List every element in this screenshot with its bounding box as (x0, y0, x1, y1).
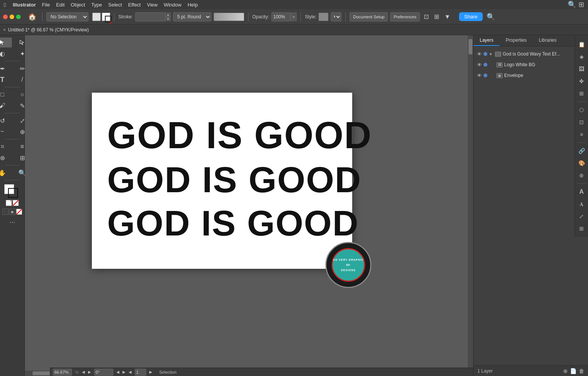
column-graph-btn[interactable]: ⌗ (0, 142, 12, 152)
none-icon[interactable] (13, 200, 19, 206)
layout-icon-1[interactable]: ⊡ (422, 12, 430, 21)
tab-properties[interactable]: Properties (500, 35, 533, 46)
app-name[interactable]: Illustrator (10, 2, 39, 8)
close-window-btn[interactable] (3, 15, 8, 19)
layer-visibility-3[interactable]: 👁 (477, 73, 482, 78)
menu-help[interactable]: Help (185, 2, 201, 8)
stroke-color-box[interactable] (8, 188, 18, 198)
opacity-input[interactable] (271, 12, 291, 21)
path-btn[interactable]: ⬡ (576, 105, 587, 115)
stroke-down-btn[interactable]: ▼ (165, 17, 171, 21)
home-btn[interactable]: 🏠 (26, 11, 38, 22)
vertical-scrollbar-thumb[interactable] (469, 39, 472, 54)
menu-file[interactable]: File (39, 2, 53, 8)
stroke-up-btn[interactable]: ▲ (165, 13, 171, 17)
maximize-window-btn[interactable] (16, 15, 21, 19)
search-icon[interactable]: 🔍 (568, 0, 576, 9)
layer-name-3: Envelope (504, 73, 580, 78)
menu-effect[interactable]: Effect (125, 2, 144, 8)
apple-menu[interactable]:  (0, 2, 10, 8)
swap-icon[interactable]: ⇄ (6, 200, 12, 206)
stroke-width-input[interactable] (135, 12, 166, 21)
layers-panel-btn[interactable]: ≡ (576, 129, 587, 140)
layer-expand-1[interactable]: ▼ (489, 52, 493, 56)
tab-layers[interactable]: Layers (474, 35, 500, 46)
zoom-up-btn[interactable]: ▶ (88, 370, 91, 374)
tab-title[interactable]: Untitled-1* @ 66.67 % (CMYK/Preview) (8, 27, 89, 33)
style-swatch[interactable] (318, 13, 328, 21)
hand-tool-btn[interactable]: ✋ (0, 168, 12, 178)
share-btn[interactable]: Share (459, 12, 483, 21)
export-btn[interactable]: ⤢ (576, 211, 587, 222)
symbol-spray-btn[interactable]: ⊛ (0, 153, 12, 163)
layer-row-1[interactable]: 👁 ▼ God is Good Wavy Text Ef... (474, 49, 588, 59)
context-properties-btn[interactable]: 📋 (576, 39, 587, 50)
transform-panel-btn[interactable]: ⊡ (576, 117, 587, 128)
selection-dropdown[interactable]: No Selection (46, 12, 88, 21)
tab-close-btn[interactable]: × (3, 27, 6, 33)
preferences-btn[interactable]: Preferences (390, 12, 420, 21)
layer-color-2 (483, 63, 487, 67)
paintbrush-btn[interactable]: 🖌 (0, 101, 12, 111)
zoom-down-btn[interactable]: ◀ (82, 370, 85, 374)
menu-object[interactable]: Object (68, 2, 88, 8)
page-input[interactable] (135, 369, 146, 376)
tab-libraries[interactable]: Libraries (533, 35, 563, 46)
align-btn[interactable]: ⊞ (576, 88, 587, 99)
make-sublayer-btn[interactable]: ⊕ (563, 368, 568, 374)
document-setup-btn[interactable]: Document Setup (350, 12, 388, 21)
gradient-mode-btn[interactable]: ▦ (9, 209, 15, 215)
none-mode-btn[interactable] (16, 209, 22, 215)
stroke-color-swatch[interactable] (102, 13, 110, 21)
minimize-window-btn[interactable] (10, 15, 14, 19)
swap-none-controls: ⇄ (6, 200, 19, 206)
rotate-tool-btn[interactable]: ↺ (0, 116, 12, 126)
next-page-btn[interactable]: ▶ (149, 370, 152, 374)
stroke-type-dropdown[interactable]: 5 pt. Round (173, 12, 211, 21)
pen-tool-btn[interactable]: ✒ (0, 64, 12, 74)
angle-input[interactable] (94, 369, 113, 376)
fill-mode-btn[interactable]: ⬛ (2, 209, 8, 215)
swatches-btn[interactable]: ⊛ (576, 170, 587, 181)
text-tool-btn[interactable]: T (0, 75, 12, 85)
text-panel-btn[interactable]: A (576, 186, 587, 197)
layout-icon-3[interactable]: ▼ (443, 13, 452, 21)
vertical-scrollbar[interactable] (468, 35, 473, 376)
fill-swatch[interactable] (92, 13, 101, 21)
warp-btn[interactable]: ~ (0, 127, 12, 137)
menu-type[interactable]: Type (88, 2, 105, 8)
opacity-more-btn[interactable]: > (291, 13, 297, 21)
char-styles-btn[interactable]: 𝐀 (576, 199, 587, 209)
layer-row-2[interactable]: 👁 🖼 Logo White BG (474, 59, 588, 70)
layout-icon-2[interactable]: ⊞ (433, 12, 441, 21)
stroke-spinners[interactable]: ▲ ▼ (165, 13, 171, 21)
style-dropdown[interactable]: ▼ (331, 12, 341, 21)
zoom-input[interactable] (53, 369, 72, 376)
menu-view[interactable]: View (144, 2, 161, 8)
grid-icon[interactable]: ⊞ (578, 0, 584, 9)
lasso-tool-btn[interactable]: ◐ (0, 49, 12, 59)
prev-page-btn[interactable]: ◀ (129, 370, 132, 374)
layer-visibility-1[interactable]: 👁 (477, 51, 482, 57)
rect-tool-btn[interactable]: □ (0, 90, 12, 100)
search-icon-toolbar[interactable]: 🔍 (485, 12, 497, 22)
new-layer-btn[interactable]: 📄 (570, 368, 577, 374)
layer-visibility-2[interactable]: 👁 (477, 62, 482, 68)
color-btn[interactable]: 🎨 (576, 158, 587, 168)
menu-window[interactable]: Window (161, 2, 185, 8)
asset-export-btn[interactable]: ⊞ (576, 223, 587, 234)
panel-tabs: Layers Properties Libraries + ≡ (474, 35, 588, 46)
delete-layer-btn[interactable]: 🗑 (579, 368, 584, 374)
menu-edit[interactable]: Edit (53, 2, 67, 8)
menu-select[interactable]: Select (105, 2, 125, 8)
color-gradient-bar[interactable] (214, 13, 244, 21)
angle-down-btn[interactable]: ◀ (116, 370, 119, 374)
select-tool-btn[interactable] (0, 38, 12, 47)
angle-up-btn[interactable]: ▶ (122, 370, 126, 374)
puppet-warp-btn[interactable]: ✤ (576, 76, 587, 87)
layer-row-3[interactable]: 👁 ▦ Envelope (474, 70, 588, 81)
appearance-btn[interactable]: ◈ (576, 51, 587, 62)
links-btn[interactable]: 🔗 (576, 145, 587, 156)
more-tools-btn[interactable]: ··· (9, 218, 15, 226)
image-btn[interactable]: 🖼 (576, 64, 587, 74)
